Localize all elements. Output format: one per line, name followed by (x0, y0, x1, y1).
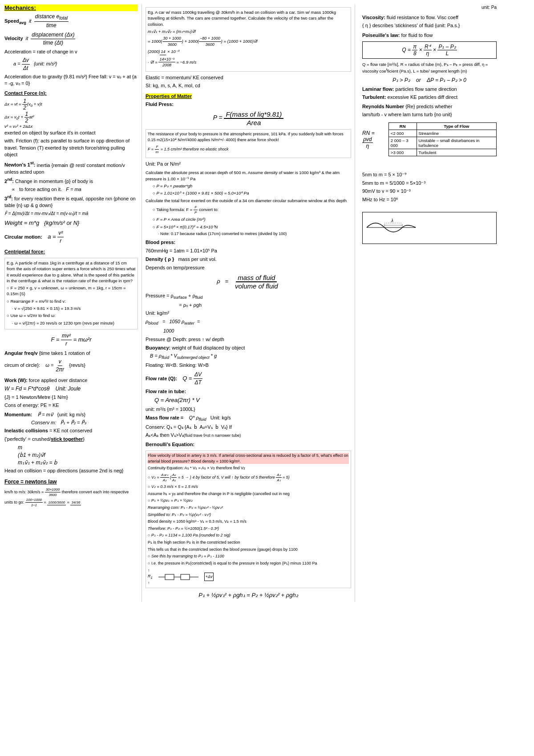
collision-calc: = 1000(30 + 10003600) + 1000(−80 + 10003… (148, 36, 349, 47)
density-title: Density { ρ } mass per unit vol. (146, 256, 351, 263)
inelastic-formula: m (ḃ1 + m₂)v̄f m₁v̄₁ + m₂v̄₂ = ḃ (18, 444, 138, 466)
conv2: 5mm to m = 5/1000 = 5×10⁻³ (362, 180, 497, 187)
blood-density: ρblood = 1050 ρwater = (146, 318, 351, 326)
rn-table-container: RN Type of Flow <2 000 Streamline 2 000 … (388, 121, 497, 158)
reynolds-formula-area: RN = ρvdη RN Type of Flow <2 000 Streaml… (362, 121, 497, 158)
fluid-calc3: Calculate the total force exerted on the… (146, 198, 351, 203)
density-text: Depends on temp/pressure (146, 264, 351, 271)
reynolds-text: lam/turb - v where lam turns turb {no un… (362, 111, 497, 118)
flow-rate-tube-formula: Q = Area(2πr) * V (154, 396, 351, 404)
bernoulli-note2: This tells us that in the constricted se… (148, 547, 349, 553)
viscosity-title: Viscosity: fluid resistance to flow. Vis… (362, 14, 497, 21)
svg-text:λ: λ (391, 218, 393, 223)
fluid-calc5: ○ F = P × Area of circle (πr²) (153, 216, 351, 222)
inelastic-title: Inelastic collisions = KE not conserved (4, 427, 138, 434)
newtons3: 3rd: for every reaction there is equal, … (4, 194, 138, 209)
flow-rate-units: unit: m³/s {m³ = 1000L} (146, 406, 351, 413)
bernoulli-blood: Blood density = 1050 kg/m³ - V₁ = 0.3 m/… (148, 519, 349, 524)
head-on: Head on collision = opp directions {assu… (4, 467, 138, 474)
bernoulli-calc2: ○ V₂ = A₁v₁A₂ (A₂A₁ = 5 → ) 4 by factor … (148, 472, 349, 483)
contact-force-title: Contact Force (n): (4, 90, 138, 97)
left-column: Mechanics: Speedavg it distance etotal t… (4, 4, 138, 602)
flow-rate-tube-title: Flow rate in tube: (146, 388, 351, 395)
conserv-text: A₁<A₂ then V₁>V₂(fluid trave fAst n narr… (146, 432, 351, 439)
bernoulli-final-formula: P₁ + ½ρv₁² + ρgh₁ = P₂ + ½ρv₂² + ρgh₂ (146, 592, 351, 598)
circular-motion: Circular motion: a = v²r (4, 229, 138, 245)
poiseuille-desc: Q = flow rate [m³/s], R = radius of tube… (362, 61, 497, 74)
bernoulli-solve1: Therefore: P₁ - P₂ = ½×1050(1.5² - 0.3²) (148, 526, 349, 532)
poiseuille-formula: Q = π8 × R⁴η × P₁ – P₂L (362, 41, 497, 59)
accel-formula: a = ΔvΔt {unit: m/s²} (13, 57, 138, 72)
centripetal-step3: ○ Use ω = v/2πr to find ω: (7, 313, 136, 318)
pressure-ineq: P₁ > P₂ or ΔP = P₁ – P₂ > 0 (362, 77, 497, 83)
km-to-ms: km/h to m/s: 30km/s = 30×10003600 theref… (4, 487, 138, 508)
fluid-calc2: ○ P = 1.01×10⁵ + (1000 × 9.81 × 500) = 5… (153, 190, 351, 196)
wave-diagram: λ (364, 214, 418, 241)
fluid-press-title: Fluid Press: (146, 101, 351, 108)
resistor-diagram (156, 568, 201, 586)
bernoulli-assume: Assume h₁ = y₂ and therefore the change … (148, 491, 349, 497)
bernoulli-note1: P₁ is the high section P₂ is in the cons… (148, 540, 349, 545)
svg-rect-3 (181, 574, 190, 580)
bernoulli-solve2: ○ P₁ - P₂ = 1134 = 1,100 Pa (rounded to … (148, 532, 349, 538)
buoyancy-formula: B = ρfluid * Vsubmerged object * g (150, 353, 351, 361)
fluid-example2: F = Fm = 1.5 cm/m² therefore no elastic … (148, 144, 349, 154)
conserv-momentum: Conserv m: P⃗₁ + P⃗₂ = P⃗₃ (31, 419, 138, 426)
newtons2-prop: ∝ to force acting on it. F = ma (12, 186, 138, 193)
elastic-text: Elastic = momentum/ KE conserved (146, 74, 351, 81)
centripetal-step2: · v = √(250 × 9.81 × 0.15) = 19.3 m/s (12, 305, 136, 311)
bernoulli-note3: ○ See this by rearranging to P₂ = P₁ - 1… (148, 553, 349, 559)
bernoulli-calc1: Continuity Equation: A₁ * V₁ = A₁ × V₂ t… (148, 465, 349, 471)
conversions-section: 5nm to m = 5 × 10⁻⁹ 5mm to m = 5/1000 = … (362, 171, 497, 203)
bernoulli-circuit-diagram: ↑R1↑ +Δv (148, 568, 349, 585)
unit-pa: unit: Pa (362, 4, 497, 11)
collision-formula1: m₁v⃗₁ + m₂v⃗₂ = (m₁+m₂)v⃗f (148, 28, 349, 34)
force-newtons-title: Force = newtons law (4, 478, 138, 486)
velocity-fraction: displacement (Δx) time (Δt) (31, 31, 75, 47)
pressure-depth: Pressure @ Depth: press ↑ w/ depth (146, 336, 351, 343)
bernoulli-eq3: Simplified to: P₁ - P₂ = ½ρ(v₂² - v₁²) (148, 512, 349, 518)
collision-example: Eg. A car w/ mass 1000kg travelling @ 30… (146, 7, 351, 72)
impulse-formula: F̄ = Δ(mv)/Δt = mv-mv₀/Δt = m(v-v₀)/t = … (4, 211, 138, 217)
accel-gravity: Acceleration due to gravity {9.81 m/s²} … (4, 73, 138, 87)
conv4: MHz to Hz = 10⁶ (362, 196, 497, 203)
properties-title: Properties of Matter (146, 93, 351, 100)
fluid-press-example-box: The resistance of your body to pressure … (146, 129, 351, 158)
centripetal-title: Centripetal force: (4, 248, 138, 255)
collision-result: · v⃗f = 14×10⁻³2008 = −6.9 m/s (148, 57, 349, 68)
fluid-calc6: ○ F = 5×10⁶ × π(0.17)² = 4.5×10⁵N (153, 224, 351, 230)
bernoulli-calc3: ○ V₂ = 0.3 m/s × 5 = 1.5 m/s (148, 484, 349, 490)
blood-press-title: Blood press: (146, 239, 351, 246)
fluid-press-example: The resistance of your body to pressure … (148, 131, 349, 142)
pressure-eq: Pressure = ρsurface + ρfluid (146, 293, 351, 301)
buoyancy-title: Buoyancy: weight of fluid displaced by o… (146, 345, 351, 351)
contact-force-equations: Δx = vt = 12(v0 + v)t Δx = v0t + 12at² v… (4, 98, 138, 129)
mechanics-title: Mechanics: (4, 4, 138, 11)
speed-fraction: distance etotal time (34, 13, 69, 29)
centripetal-example-box: E.g. A particle of mass 1kg in a centrif… (4, 258, 138, 329)
blood-press-val: 760mmHg = 1atm = 1.01×10⁵ Pa (146, 248, 351, 254)
work-title: Work (W): force applied over distance (4, 377, 138, 384)
table-row: <2 000 Streamline (388, 130, 496, 137)
speed-formula: Speedavg it distance etotal time (4, 13, 138, 29)
si-units: SI: kg, m, s, A, K, mol, cd (146, 82, 351, 89)
table-row: 2 000 – 3 000 Unstable – small disturban… (388, 137, 496, 149)
bernoulli-note4: ○ I.e. the pressure in P₂(constricted) i… (148, 561, 349, 566)
bernoulli-title: Bernoulli's Equation: (146, 441, 351, 448)
svg-rect-1 (165, 574, 174, 580)
friction-text: with. Friction (f): acts parallel to sur… (4, 138, 138, 158)
work-formula: W = Fd = F*d*cosθ Unit: Joule (4, 385, 138, 393)
floating: Floating: W<B. Sinking: W>B (146, 362, 351, 369)
middle-column: Eg. A car w/ mass 1000kg travelling @ 30… (142, 4, 355, 602)
poiseuille-title: Poiseuille's law: for fluid to flow (362, 32, 497, 39)
collision-example-text: Eg. A car w/ mass 1000kg travelling @ 30… (148, 9, 349, 27)
laminar-title: Laminar flow: particles flow same direct… (362, 86, 497, 93)
viscosity-text: { η } describes 'stickiness' of fluid {u… (362, 22, 497, 29)
bernoulli-eq2: Rearranging com: P₁ - P₂ = ½ρv₂² - ½ρv₁² (148, 505, 349, 511)
newtons2: 2nd: Change in momentum {p} of body is (4, 177, 138, 185)
conv1: 5nm to m = 5 × 10⁻⁹ (362, 171, 497, 178)
fluid-calc4: ○ Taking formula: F = FP convert to: (153, 205, 351, 215)
conserv-flow: Conserv: Q₁ = Q₂ {A₁ ḃ A₂=V₁ ḃ V₂} If (146, 424, 351, 431)
fluid-press-units: Unit: Pa or N/m² (146, 161, 351, 167)
joule-text: {J} = 1 Newton/Metre {1 N/m} (4, 394, 138, 401)
